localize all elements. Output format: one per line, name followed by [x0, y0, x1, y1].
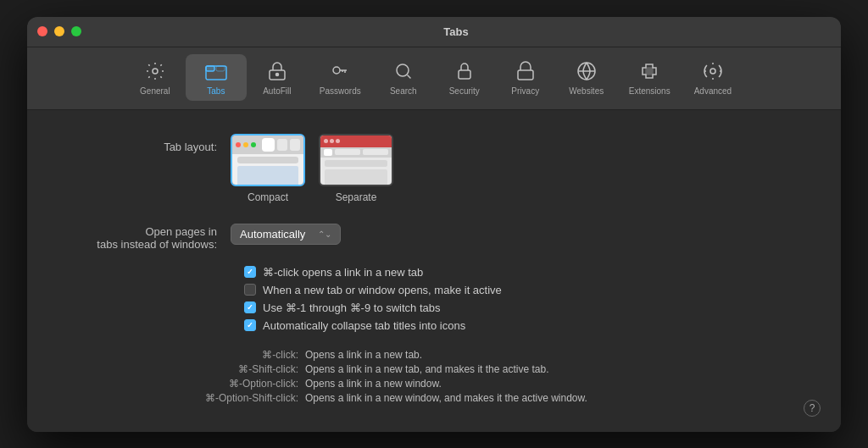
shortcut-key-3: ⌘-Option-Shift-click:	[112, 392, 298, 404]
compact-inactive-tab-1	[277, 139, 287, 151]
compact-thumb-container	[231, 134, 305, 186]
compact-tab-bar	[232, 136, 303, 154]
toolbar-item-websites[interactable]: Websites	[556, 54, 617, 101]
autofill-label: AutoFill	[263, 86, 291, 96]
checkbox-row-0: ⌘-click opens a link in a new tab	[244, 266, 807, 279]
maximize-button[interactable]	[71, 26, 81, 36]
general-label: General	[140, 86, 170, 96]
content-area: Tab layout:	[27, 110, 841, 432]
separate-dot-3	[336, 139, 340, 143]
shortcut-desc-0: Opens a link in a new tab.	[305, 349, 422, 361]
compact-addr-bar	[237, 157, 298, 163]
shortcut-key-1: ⌘-Shift-click:	[112, 363, 298, 375]
svg-rect-9	[459, 70, 470, 79]
cmd-click-checkbox[interactable]	[244, 266, 256, 278]
compact-label: Compact	[248, 191, 288, 203]
separate-inactive-tab-1	[335, 149, 360, 155]
security-icon	[453, 59, 476, 83]
checkbox-row-2: Use ⌘-1 through ⌘-9 to switch tabs	[244, 301, 807, 314]
tab-layout-row: Tab layout:	[61, 134, 807, 203]
advanced-label: Advanced	[694, 86, 732, 96]
search-icon	[392, 59, 415, 83]
new-tab-active-label: When a new tab or window opens, make it …	[263, 284, 502, 296]
toolbar-item-general[interactable]: General	[125, 54, 186, 101]
separate-addr-bar	[325, 160, 387, 167]
window-body: Tab layout:	[27, 110, 841, 432]
open-pages-label: Open pages in tabs instead of windows:	[61, 218, 231, 251]
titlebar: Tabs	[27, 17, 841, 47]
general-icon	[143, 59, 167, 83]
toolbar-item-privacy[interactable]: Privacy	[495, 54, 556, 101]
separate-dot-1	[324, 139, 328, 143]
dropdown-value: Automatically	[240, 228, 305, 241]
toolbar-item-search[interactable]: Search	[373, 54, 434, 101]
svg-point-6	[275, 73, 278, 75]
svg-rect-4	[216, 66, 225, 71]
compact-dot-red	[236, 142, 241, 147]
websites-label: Websites	[569, 86, 604, 96]
compact-content	[237, 166, 298, 186]
svg-point-11	[710, 69, 715, 74]
tabs-icon	[204, 59, 228, 83]
tab-layout-options: Compact	[231, 134, 393, 203]
traffic-lights	[37, 26, 81, 36]
new-tab-active-checkbox[interactable]	[244, 284, 256, 296]
svg-rect-2	[206, 66, 214, 71]
compact-inactive-tab-2	[290, 139, 300, 151]
shortcut-desc-2: Opens a link in a new window.	[305, 378, 442, 390]
shortcut-row-2: ⌘-Option-click: Opens a link in a new wi…	[112, 378, 807, 390]
compact-dot-green	[251, 142, 256, 147]
toolbar-item-tabs[interactable]: Tabs	[186, 54, 247, 101]
checkbox-row-3: Automatically collapse tab titles into i…	[244, 319, 807, 332]
separate-thumb	[320, 136, 392, 185]
toolbar: General Tabs Au	[27, 47, 841, 110]
separate-active-tab	[324, 149, 332, 156]
privacy-icon	[514, 59, 537, 83]
checkbox-row-1: When a new tab or window opens, make it …	[244, 284, 807, 296]
toolbar-item-extensions[interactable]: Extensions	[617, 54, 682, 101]
svg-point-7	[333, 67, 340, 74]
svg-point-0	[153, 69, 158, 74]
compact-dot-yellow	[243, 142, 248, 147]
svg-point-8	[397, 64, 409, 76]
shortcut-desc-1: Opens a link in a new tab, and makes it …	[305, 363, 549, 375]
compact-thumb	[232, 136, 303, 185]
passwords-label: Passwords	[320, 86, 361, 96]
cmd-switch-tabs-label: Use ⌘-1 through ⌘-9 to switch tabs	[263, 301, 441, 314]
toolbar-item-advanced[interactable]: Advanced	[682, 54, 743, 101]
separate-top-bar	[320, 136, 392, 147]
open-pages-row: Open pages in tabs instead of windows: A…	[61, 218, 807, 251]
minimize-button[interactable]	[54, 26, 64, 36]
tab-layout-label: Tab layout:	[61, 134, 231, 153]
help-button[interactable]: ?	[804, 400, 821, 417]
shortcut-row-1: ⌘-Shift-click: Opens a link in a new tab…	[112, 363, 807, 375]
shortcut-row-0: ⌘-click: Opens a link in a new tab.	[112, 349, 807, 361]
websites-icon	[575, 59, 598, 83]
separate-thumb-container	[319, 134, 393, 186]
extensions-label: Extensions	[629, 86, 670, 96]
preferences-window: Tabs General Tabs	[27, 17, 841, 432]
tab-option-compact[interactable]: Compact	[231, 134, 305, 203]
search-label: Search	[390, 86, 417, 96]
separate-inactive-tab-2	[363, 149, 388, 155]
separate-dot-2	[330, 139, 334, 143]
tabs-label: Tabs	[207, 86, 225, 96]
cmd-switch-tabs-checkbox[interactable]	[244, 301, 256, 313]
toolbar-item-security[interactable]: Security	[434, 54, 495, 101]
shortcut-row-3: ⌘-Option-Shift-click: Opens a link in a …	[112, 392, 807, 404]
toolbar-item-autofill[interactable]: AutoFill	[247, 54, 308, 101]
window-title: Tabs	[81, 25, 831, 38]
separate-tab-bar	[320, 147, 392, 158]
collapse-titles-checkbox[interactable]	[244, 319, 256, 331]
tab-option-separate[interactable]: Separate	[319, 134, 393, 203]
privacy-label: Privacy	[511, 86, 539, 96]
shortcut-key-0: ⌘-click:	[112, 349, 298, 361]
extensions-icon	[637, 59, 661, 83]
shortcut-desc-3: Opens a link in a new window, and makes …	[305, 392, 587, 404]
automatically-dropdown[interactable]: Automatically ⌃⌄	[231, 224, 341, 245]
close-button[interactable]	[37, 26, 47, 36]
security-label: Security	[449, 86, 480, 96]
autofill-icon	[265, 59, 289, 83]
compact-active-tab	[262, 138, 275, 152]
toolbar-item-passwords[interactable]: Passwords	[308, 54, 373, 101]
